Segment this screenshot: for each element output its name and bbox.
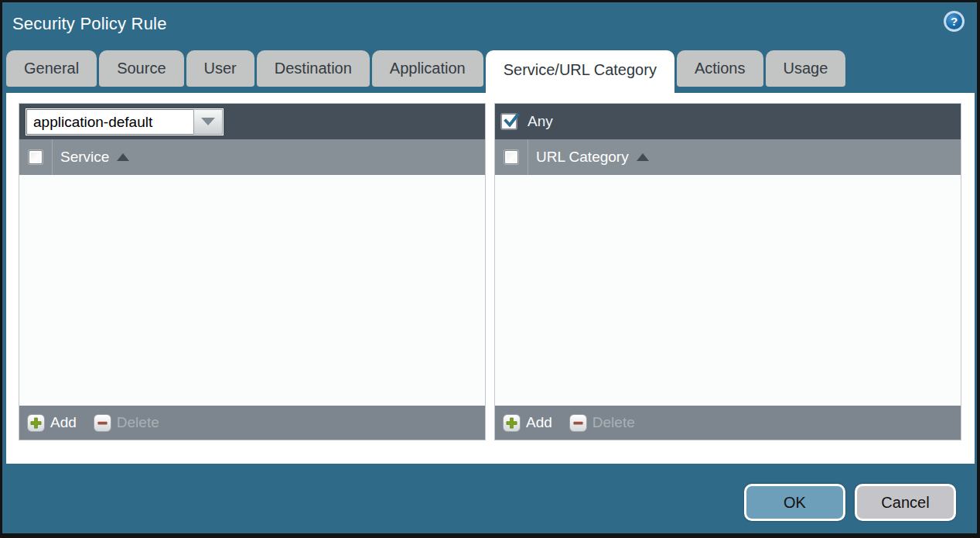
url-category-add-button[interactable]: Add <box>526 414 552 431</box>
service-list[interactable] <box>19 175 485 406</box>
service-panel: application-default Service Add <box>19 103 486 440</box>
service-type-dropdown[interactable]: application-default <box>26 108 224 135</box>
chevron-down-icon <box>201 118 215 125</box>
tab-destination[interactable]: Destination <box>257 50 370 87</box>
service-table-header: Service <box>19 139 485 175</box>
any-checkbox[interactable] <box>501 114 517 129</box>
tab-service-url-category[interactable]: Service/URL Category <box>486 50 674 93</box>
content-panel: application-default Service Add <box>6 93 975 464</box>
sort-ascending-icon[interactable] <box>637 153 649 161</box>
url-category-panel: Any URL Category Add Delete <box>494 103 961 440</box>
service-type-value[interactable]: application-default <box>26 109 193 135</box>
service-panel-footer: Add Delete <box>19 406 485 440</box>
dropdown-arrow-button[interactable] <box>193 109 223 135</box>
service-toolbar: application-default <box>19 104 485 139</box>
url-category-panel-footer: Add Delete <box>495 406 961 440</box>
delete-icon[interactable] <box>94 414 111 432</box>
plus-glyph <box>30 417 42 429</box>
tab-user[interactable]: User <box>186 50 254 87</box>
help-icon[interactable]: ? <box>944 11 965 32</box>
url-category-list[interactable] <box>495 175 961 406</box>
plus-glyph <box>506 417 517 429</box>
url-category-table-header: URL Category <box>495 139 961 175</box>
page-title: Security Policy Rule <box>12 14 167 34</box>
help-glyph: ? <box>951 15 958 28</box>
ok-button[interactable]: OK <box>744 484 845 521</box>
tab-usage[interactable]: Usage <box>766 50 846 87</box>
tab-application[interactable]: Application <box>372 50 483 87</box>
tab-general[interactable]: General <box>6 50 97 87</box>
url-category-column-header[interactable]: URL Category <box>536 149 629 166</box>
checkmark-icon <box>503 112 520 129</box>
sort-ascending-icon[interactable] <box>117 153 129 161</box>
service-add-button[interactable]: Add <box>50 414 77 431</box>
column-divider <box>52 139 53 175</box>
column-divider <box>528 139 528 175</box>
delete-icon[interactable] <box>569 414 587 432</box>
tab-source[interactable]: Source <box>99 50 183 87</box>
service-select-all-checkbox[interactable] <box>29 150 43 164</box>
minus-glyph <box>97 417 108 429</box>
cancel-button[interactable]: Cancel <box>855 484 956 521</box>
service-column-header[interactable]: Service <box>60 149 109 166</box>
add-icon[interactable] <box>27 414 45 432</box>
add-icon[interactable] <box>503 414 521 432</box>
tab-bar: General Source User Destination Applicat… <box>6 50 848 93</box>
minus-glyph <box>572 417 584 429</box>
url-category-select-all-checkbox[interactable] <box>504 150 518 164</box>
any-label: Any <box>528 113 553 130</box>
dialog-titlebar: Security Policy Rule ? <box>2 2 977 50</box>
url-category-toolbar: Any <box>495 104 961 139</box>
url-category-delete-button[interactable]: Delete <box>592 414 635 431</box>
service-delete-button[interactable]: Delete <box>117 414 159 431</box>
tab-actions[interactable]: Actions <box>677 50 763 87</box>
